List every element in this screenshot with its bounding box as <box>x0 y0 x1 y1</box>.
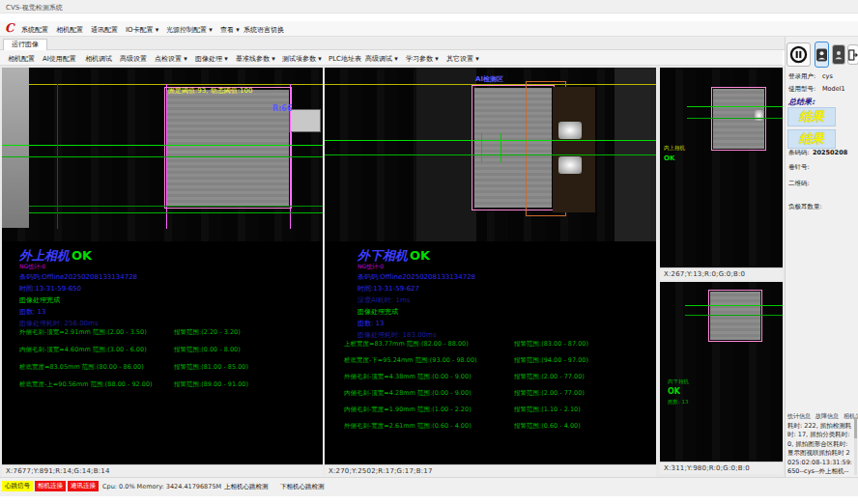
lower-camera-heartbeat: 下相机心跳检测 <box>280 483 325 491</box>
tool-test-params[interactable]: 测试项参数 ▾ <box>282 54 322 64</box>
camera-image-inner-top[interactable]: 内上相机 OK <box>660 68 783 267</box>
menu-item-view[interactable]: 查看 ▾ <box>220 25 240 35</box>
overlay-green-line-1 <box>325 140 656 141</box>
pixel-coord-bar: X:311;Y:980;R:0;G:0;B:0 <box>660 462 783 474</box>
info-tab-fault[interactable]: 故障信息 <box>815 412 839 419</box>
tab-run-image[interactable]: 运行图像 <box>3 39 47 50</box>
tool-adv-debug[interactable]: 高级调试 ▾ <box>365 54 398 64</box>
overlay-green-vline-1 <box>481 133 482 162</box>
status-ok: OK <box>72 248 92 263</box>
menu-item-language[interactable]: 系统语言切换 <box>243 25 284 35</box>
result-box-text: 结果 <box>799 130 824 148</box>
info-tab-strip: 统计信息故障信息相机信息 <box>787 412 858 421</box>
alarm-range: 报警范围:(94.00 - 97.00) <box>514 356 588 365</box>
alarm-range: 报警范围:(1.10 - 2.10) <box>514 406 581 414</box>
status-bar: 心跳信号 相机连接 通讯连接 Cpu: 0.0% Memory: 3424.41… <box>0 477 858 496</box>
camera-image-outer-bottom[interactable]: AI检测区 <box>325 68 656 241</box>
pixel-coord-bar: X:7677;Y:891;R:14;G:14;B:14 <box>2 464 323 477</box>
overlay-green-vline-2 <box>500 133 501 162</box>
tool-learn-params[interactable]: 学习参数 ▾ <box>406 54 439 64</box>
user-icon <box>816 48 827 62</box>
operator-mode-button[interactable] <box>832 44 845 65</box>
menu-item-light[interactable]: 光源控制配置 ▾ <box>166 25 213 35</box>
process-time-line: 图像处理耗时: 183.00ms <box>358 330 437 340</box>
camera-image-outer-top[interactable]: 固定阈值:93, 动态阈值:100 R:66 <box>2 68 323 241</box>
alarm-range: 报警范围:(2.00 - 77.00) <box>514 389 585 398</box>
menu-item-comm[interactable]: 通讯配置 <box>91 25 118 35</box>
connector-part <box>289 109 321 132</box>
camera-view-outer-bottom[interactable]: AI检测区 外下相机OK NG统计:0 条码码:Offline202502081… <box>325 68 656 477</box>
result-box-2: 结果 <box>787 129 836 149</box>
right-sidebar: 登录用户: cys 使用型号: Model1 总结果: 结果 结果 条码码: 2… <box>785 37 858 477</box>
tool-baseline[interactable]: 基准线参数 ▾ <box>236 54 275 64</box>
camera-view-outer-top[interactable]: 固定阈值:93, 动态阈值:100 R:66 外上相机OK NG统计:0 条码码… <box>2 68 323 477</box>
measurement-line: 内侧毛刺-宽度=1.90mm 范围:(1.00 - 2.20) <box>344 406 472 414</box>
alarm-range: 报警范围:(83.00 - 87.00) <box>514 340 588 349</box>
menu-item-iocard[interactable]: IO卡配置 ▾ <box>126 25 158 35</box>
camera-view-inner-top[interactable]: 内上相机 OK X:267;Y:13;R:0;G:0;B:0 <box>660 68 783 280</box>
heartbeat-badge: 心跳信号 <box>2 481 33 491</box>
tool-other[interactable]: 其它设置 ▾ <box>446 54 479 64</box>
bright-spot-1 <box>558 122 582 139</box>
process-time-line: 图像处理耗时: 256.00ms <box>19 319 99 328</box>
exit-door-icon <box>848 49 858 61</box>
region-label: R:66 <box>272 104 293 113</box>
pixel-coord-text: X:270;Y:2502;R:17;G:17;B:17 <box>329 467 433 475</box>
toolbar: 相机配置 AI使用配置 相机调试 高级设置 点检设置 ▾ 图像处理 ▾ 基准线参… <box>0 50 783 66</box>
measurement-line: 内侧毛刺-顶宽=4.28mm 范围:(0.00 - 9.00) <box>344 389 472 398</box>
alarm-range: 报警范围:(2.20 - 3.20) <box>174 328 241 337</box>
overlay-green-line-2 <box>2 156 323 157</box>
overlay-green-line-1 <box>687 106 783 107</box>
overlay-green-line-1 <box>2 145 323 146</box>
workpiece-region <box>167 90 289 206</box>
tool-camera-config[interactable]: 相机配置 <box>8 54 35 64</box>
measurement-line: 上桩宽度=83.77mm 范围:(82.00 - 88.00) <box>344 340 469 349</box>
threshold-overlay-text: 固定阈值:93, 动态阈值:100 <box>168 86 252 96</box>
menu-item-system[interactable]: 系统配置 <box>21 25 48 35</box>
tool-spot-check[interactable]: 点检设置 ▾ <box>155 54 187 64</box>
app-logo-icon: C <box>5 22 17 35</box>
info-scrollbar[interactable] <box>854 415 857 475</box>
login-user-value[interactable]: cys <box>822 72 833 80</box>
menu-bar: C 系统配置 相机配置 通讯配置 IO卡配置 ▾ 光源控制配置 ▾ 查看 ▾ 系… <box>0 21 858 37</box>
user-mode-button[interactable] <box>815 42 829 68</box>
overlay-green-line-4 <box>29 212 323 213</box>
login-user-label: 登录用户: <box>788 72 815 81</box>
exit-button[interactable] <box>847 44 858 65</box>
tool-ai-config[interactable]: AI使用配置 <box>43 54 76 64</box>
pixel-coord-text: X:267;Y:13;R:0;G:0;B:0 <box>664 270 745 278</box>
tool-camera-debug[interactable]: 相机调试 <box>85 54 112 64</box>
frame-count-line: 图数: 13 <box>358 319 385 328</box>
tool-plc-table[interactable]: PLC地址表 <box>329 54 361 64</box>
operator-icon <box>834 49 844 61</box>
process-done-line: 图像处理完成 <box>19 295 60 305</box>
menu-item-camera[interactable]: 相机配置 <box>56 25 83 35</box>
small-view-caption: 内下相机 <box>668 378 689 385</box>
ng-count-line: NG统计:0 <box>358 263 384 271</box>
frame-count-line: 图数: 13 <box>19 307 46 317</box>
small-view-status: OK <box>664 154 674 162</box>
barcode-line: 条码码:Offline20250208133134728 <box>358 272 475 282</box>
tool-image-proc[interactable]: 图像处理 ▾ <box>195 54 228 64</box>
pause-button[interactable] <box>786 42 811 67</box>
info-tab-stats[interactable]: 统计信息 <box>787 412 811 419</box>
cpu-memory-text: Cpu: 0.0% Memory: 3424.41796875M <box>102 483 221 490</box>
tab-count-label: 负极耳数量: <box>788 203 822 211</box>
model-label: 使用型号: <box>788 85 815 94</box>
tab-strip: 运行图像 <box>0 37 858 50</box>
measurement-line: 外侧毛刺-宽度=2.61mm 范围:(0.60 - 4.00) <box>344 422 472 431</box>
title-bar: CVS-视觉检测系统 <box>0 0 858 14</box>
total-result-label: 总结果: <box>788 97 815 107</box>
model-value[interactable]: Model1 <box>822 85 845 93</box>
alarm-range: 报警范围:(81.00 - 85.00) <box>174 363 248 372</box>
alarm-range: 报警范围:(0.60 - 4.00) <box>514 422 581 431</box>
measurement-line: 桩底宽度-上=90.56mm 范围:(88.00 - 92.00) <box>19 380 153 389</box>
barcode-label: 条码码: <box>788 149 810 157</box>
camera-view-inner-bottom[interactable]: 内下相机 OK 图数: 13 X:311;Y:980;R:0;G:0;B:0 <box>660 282 783 474</box>
main-area: 固定阈值:93, 动态阈值:100 R:66 外上相机OK NG统计:0 条码码… <box>0 66 858 477</box>
pixel-coord-text: X:311;Y:980;R:0;G:0;B:0 <box>664 464 750 472</box>
scrollbar-thumb[interactable] <box>854 417 857 438</box>
camera-image-inner-bottom[interactable]: 内下相机 OK 图数: 13 <box>660 282 783 462</box>
tool-advanced[interactable]: 高级设置 <box>120 54 147 64</box>
workpiece-region <box>710 292 760 340</box>
